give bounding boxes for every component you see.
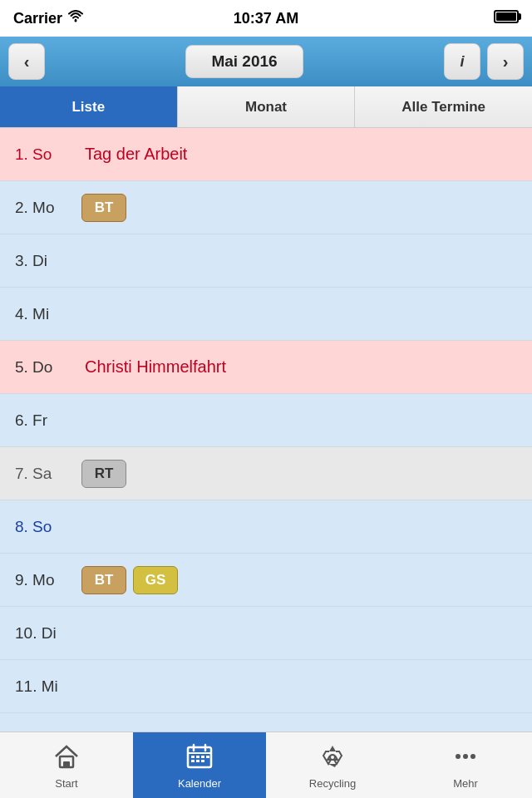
start-label: Start xyxy=(55,777,77,790)
svg-point-0 xyxy=(75,19,77,22)
calendar-row-2[interactable]: 2. MoBT xyxy=(0,181,532,234)
day-label: 7. Sa xyxy=(15,465,81,483)
event-badge-rt[interactable]: RT xyxy=(81,460,126,488)
holiday-text: Tag der Arbeit xyxy=(85,145,187,164)
nav-header: ‹ Mai 2016 i › xyxy=(0,37,532,86)
tab-monat[interactable]: Monat xyxy=(178,86,356,127)
calendar-row-11[interactable]: 11. Mi xyxy=(0,660,532,713)
calendar-row-5[interactable]: 5. DoChristi Himmelfahrt xyxy=(0,341,532,394)
calendar-row-1[interactable]: 1. SoTag der Arbeit xyxy=(0,128,532,181)
tab-liste[interactable]: Liste xyxy=(0,86,178,127)
tab-mehr[interactable]: Mehr xyxy=(399,732,532,798)
svg-rect-8 xyxy=(196,756,200,758)
month-title-label: Mai 2016 xyxy=(185,45,303,78)
calendar-list: 1. SoTag der Arbeit2. MoBT3. Di4. Mi5. D… xyxy=(0,128,532,732)
calendar-row-3[interactable]: 3. Di xyxy=(0,234,532,288)
event-badge-bt[interactable]: BT xyxy=(81,566,126,594)
svg-rect-10 xyxy=(191,760,195,762)
day-label: 9. Mo xyxy=(15,571,81,589)
svg-point-15 xyxy=(456,754,461,759)
carrier-text: Carrier xyxy=(13,10,62,27)
svg-rect-12 xyxy=(201,760,204,762)
calendar-row-9[interactable]: 9. MoBTGS xyxy=(0,554,532,607)
calendar-row-6[interactable]: 6. Fr xyxy=(0,394,532,447)
svg-rect-13 xyxy=(206,756,209,758)
recycling-label: Recycling xyxy=(309,777,356,790)
mehr-label: Mehr xyxy=(453,777,478,790)
day-label: 2. Mo xyxy=(15,199,81,217)
info-button[interactable]: i xyxy=(444,43,480,80)
day-label: 5. Do xyxy=(15,358,81,377)
day-label: 8. So xyxy=(15,518,81,536)
day-label: 11. Mi xyxy=(15,677,81,696)
svg-point-17 xyxy=(470,754,475,759)
kalender-label: Kalender xyxy=(178,777,221,790)
calendar-row-12[interactable]: 12. Do xyxy=(0,713,532,732)
day-label: 6. Fr xyxy=(15,411,81,430)
day-label: 10. Di xyxy=(15,624,81,643)
svg-rect-2 xyxy=(63,761,70,767)
day-label: 1. So xyxy=(15,145,81,164)
svg-rect-9 xyxy=(201,756,204,758)
day-label: 12. Do xyxy=(15,731,81,732)
day-label: 3. Di xyxy=(15,252,81,270)
next-month-button[interactable]: › xyxy=(487,43,524,80)
view-tabs: Liste Monat Alle Termine xyxy=(0,86,532,128)
svg-rect-7 xyxy=(191,756,195,758)
calendar-row-10[interactable]: 10. Di xyxy=(0,607,532,660)
svg-point-16 xyxy=(463,754,468,759)
tab-recycling[interactable]: Recycling xyxy=(266,732,399,798)
calendar-row-8[interactable]: 8. So xyxy=(0,500,532,554)
svg-point-14 xyxy=(330,755,335,760)
status-time: 10:37 AM xyxy=(234,10,298,27)
battery-indicator xyxy=(494,10,519,27)
month-title: Mai 2016 xyxy=(53,45,436,78)
tab-start[interactable]: Start xyxy=(0,732,133,798)
wifi-icon xyxy=(67,10,84,27)
holiday-text: Christi Himmelfahrt xyxy=(85,357,226,377)
bottom-tab-bar: Start Kalender xyxy=(0,732,532,798)
more-icon xyxy=(451,741,480,774)
event-badge-gs[interactable]: GS xyxy=(133,566,178,594)
tab-kalender[interactable]: Kalender xyxy=(133,732,266,798)
event-badge-bt[interactable]: BT xyxy=(81,194,126,222)
calendar-icon xyxy=(185,741,214,774)
house-icon xyxy=(52,741,81,774)
calendar-row-4[interactable]: 4. Mi xyxy=(0,288,532,341)
day-label: 4. Mi xyxy=(15,305,81,323)
tab-alle-termine[interactable]: Alle Termine xyxy=(355,86,532,127)
calendar-row-7[interactable]: 7. SaRT xyxy=(0,447,532,500)
carrier: Carrier xyxy=(13,10,84,27)
recycle-icon xyxy=(318,741,347,774)
prev-month-button[interactable]: ‹ xyxy=(8,43,45,80)
status-bar: Carrier 10:37 AM xyxy=(0,0,532,37)
svg-rect-11 xyxy=(196,760,200,762)
